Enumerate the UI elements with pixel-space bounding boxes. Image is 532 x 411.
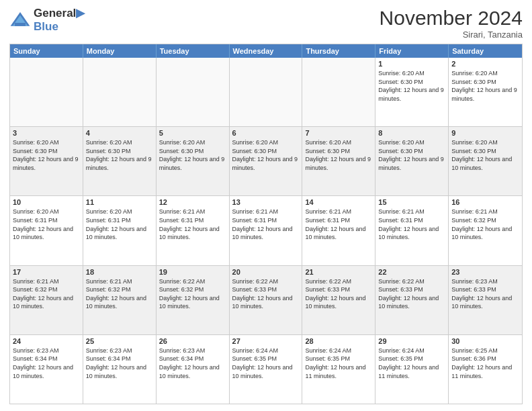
cell-info: Sunrise: 6:21 AMSunset: 6:32 PMDaylight:… <box>13 278 73 310</box>
cal-cell: 15Sunrise: 6:21 AMSunset: 6:31 PMDayligh… <box>375 196 449 265</box>
header-friday: Friday <box>375 44 449 58</box>
week-row-1: 1Sunrise: 6:20 AMSunset: 6:30 PMDaylight… <box>10 58 522 126</box>
cell-info: Sunrise: 6:24 AMSunset: 6:35 PMDaylight:… <box>378 347 439 379</box>
day-number: 1 <box>378 60 445 68</box>
cal-cell <box>10 58 83 126</box>
cell-info: Sunrise: 6:21 AMSunset: 6:32 PMDaylight:… <box>451 208 512 240</box>
cal-cell: 7Sunrise: 6:20 AMSunset: 6:30 PMDaylight… <box>302 127 375 195</box>
day-number: 17 <box>13 268 80 276</box>
cell-info: Sunrise: 6:22 AMSunset: 6:33 PMDaylight:… <box>305 278 365 310</box>
day-number: 24 <box>13 337 80 345</box>
cell-info: Sunrise: 6:24 AMSunset: 6:35 PMDaylight:… <box>232 347 293 379</box>
day-number: 2 <box>451 60 519 68</box>
cal-cell: 4Sunrise: 6:20 AMSunset: 6:30 PMDaylight… <box>83 127 157 195</box>
calendar-body: 1Sunrise: 6:20 AMSunset: 6:30 PMDaylight… <box>10 58 522 404</box>
cal-cell: 21Sunrise: 6:22 AMSunset: 6:33 PMDayligh… <box>302 266 375 334</box>
header-sunday: Sunday <box>10 44 83 58</box>
cal-cell: 27Sunrise: 6:24 AMSunset: 6:35 PMDayligh… <box>230 335 303 404</box>
cal-cell: 8Sunrise: 6:20 AMSunset: 6:30 PMDaylight… <box>375 127 449 195</box>
day-number: 20 <box>232 268 300 276</box>
logo-text: General▶ Blue <box>34 7 85 34</box>
cell-info: Sunrise: 6:20 AMSunset: 6:31 PMDaylight:… <box>13 208 73 240</box>
cell-info: Sunrise: 6:22 AMSunset: 6:33 PMDaylight:… <box>232 278 293 310</box>
day-number: 5 <box>159 129 226 137</box>
header-monday: Monday <box>83 44 157 58</box>
day-number: 22 <box>378 268 445 276</box>
day-number: 7 <box>305 129 372 137</box>
header: General▶ Blue November 2024 Sirari, Tanz… <box>9 7 523 40</box>
cal-cell: 29Sunrise: 6:24 AMSunset: 6:35 PMDayligh… <box>375 335 449 404</box>
cal-cell: 12Sunrise: 6:21 AMSunset: 6:31 PMDayligh… <box>157 196 230 265</box>
day-number: 4 <box>86 129 153 137</box>
cell-info: Sunrise: 6:22 AMSunset: 6:32 PMDaylight:… <box>159 278 220 310</box>
svg-rect-2 <box>15 23 26 26</box>
day-number: 28 <box>305 337 372 345</box>
cell-info: Sunrise: 6:22 AMSunset: 6:33 PMDaylight:… <box>378 278 439 310</box>
calendar-header: Sunday Monday Tuesday Wednesday Thursday… <box>10 44 522 58</box>
day-number: 18 <box>86 268 153 276</box>
cell-info: Sunrise: 6:20 AMSunset: 6:30 PMDaylight:… <box>232 139 298 171</box>
cal-cell: 16Sunrise: 6:21 AMSunset: 6:32 PMDayligh… <box>449 196 522 265</box>
cell-info: Sunrise: 6:21 AMSunset: 6:32 PMDaylight:… <box>86 278 146 310</box>
cell-info: Sunrise: 6:21 AMSunset: 6:31 PMDaylight:… <box>305 208 365 240</box>
logo-area: General▶ Blue <box>9 7 85 34</box>
cal-cell: 14Sunrise: 6:21 AMSunset: 6:31 PMDayligh… <box>302 196 375 265</box>
cal-cell: 22Sunrise: 6:22 AMSunset: 6:33 PMDayligh… <box>375 266 449 334</box>
cal-cell: 10Sunrise: 6:20 AMSunset: 6:31 PMDayligh… <box>10 196 83 265</box>
day-number: 14 <box>305 198 372 206</box>
day-number: 9 <box>451 129 519 137</box>
header-tuesday: Tuesday <box>157 44 230 58</box>
logo-icon <box>9 11 31 30</box>
cal-cell <box>83 58 157 126</box>
cell-info: Sunrise: 6:20 AMSunset: 6:30 PMDaylight:… <box>305 139 371 171</box>
day-number: 30 <box>451 337 519 345</box>
day-number: 10 <box>13 198 80 206</box>
cal-cell: 28Sunrise: 6:24 AMSunset: 6:35 PMDayligh… <box>302 335 375 404</box>
cell-info: Sunrise: 6:20 AMSunset: 6:30 PMDaylight:… <box>378 139 444 171</box>
header-saturday: Saturday <box>449 44 522 58</box>
cell-info: Sunrise: 6:21 AMSunset: 6:31 PMDaylight:… <box>232 208 293 240</box>
cal-cell: 30Sunrise: 6:25 AMSunset: 6:36 PMDayligh… <box>449 335 522 404</box>
cell-info: Sunrise: 6:20 AMSunset: 6:31 PMDaylight:… <box>86 208 146 240</box>
cal-cell: 18Sunrise: 6:21 AMSunset: 6:32 PMDayligh… <box>83 266 157 334</box>
cal-cell: 25Sunrise: 6:23 AMSunset: 6:34 PMDayligh… <box>83 335 157 404</box>
cal-cell: 11Sunrise: 6:20 AMSunset: 6:31 PMDayligh… <box>83 196 157 265</box>
cell-info: Sunrise: 6:20 AMSunset: 6:30 PMDaylight:… <box>378 70 444 102</box>
cal-cell: 20Sunrise: 6:22 AMSunset: 6:33 PMDayligh… <box>230 266 303 334</box>
cal-cell <box>157 58 230 126</box>
cell-info: Sunrise: 6:23 AMSunset: 6:34 PMDaylight:… <box>159 347 220 379</box>
day-number: 25 <box>86 337 153 345</box>
cell-info: Sunrise: 6:21 AMSunset: 6:31 PMDaylight:… <box>159 208 220 240</box>
cell-info: Sunrise: 6:23 AMSunset: 6:33 PMDaylight:… <box>451 278 512 310</box>
day-number: 15 <box>378 198 445 206</box>
week-row-5: 24Sunrise: 6:23 AMSunset: 6:34 PMDayligh… <box>10 334 522 404</box>
day-number: 8 <box>378 129 445 137</box>
day-number: 12 <box>159 198 226 206</box>
week-row-4: 17Sunrise: 6:21 AMSunset: 6:32 PMDayligh… <box>10 265 522 334</box>
cal-cell: 3Sunrise: 6:20 AMSunset: 6:30 PMDaylight… <box>10 127 83 195</box>
cell-info: Sunrise: 6:24 AMSunset: 6:35 PMDaylight:… <box>305 347 365 379</box>
cal-cell: 17Sunrise: 6:21 AMSunset: 6:32 PMDayligh… <box>10 266 83 334</box>
cell-info: Sunrise: 6:23 AMSunset: 6:34 PMDaylight:… <box>13 347 73 379</box>
header-wednesday: Wednesday <box>230 44 303 58</box>
cell-info: Sunrise: 6:20 AMSunset: 6:30 PMDaylight:… <box>451 139 512 171</box>
day-number: 3 <box>13 129 80 137</box>
day-number: 6 <box>232 129 300 137</box>
cal-cell <box>302 58 375 126</box>
month-title: November 2024 <box>380 7 523 30</box>
day-number: 29 <box>378 337 445 345</box>
cal-cell: 1Sunrise: 6:20 AMSunset: 6:30 PMDaylight… <box>375 58 449 126</box>
day-number: 23 <box>451 268 519 276</box>
week-row-2: 3Sunrise: 6:20 AMSunset: 6:30 PMDaylight… <box>10 126 522 195</box>
day-number: 27 <box>232 337 300 345</box>
cell-info: Sunrise: 6:20 AMSunset: 6:30 PMDaylight:… <box>451 70 517 102</box>
cell-info: Sunrise: 6:20 AMSunset: 6:30 PMDaylight:… <box>159 139 225 171</box>
day-number: 19 <box>159 268 226 276</box>
cal-cell: 9Sunrise: 6:20 AMSunset: 6:30 PMDaylight… <box>449 127 522 195</box>
location: Sirari, Tanzania <box>380 30 523 40</box>
week-row-3: 10Sunrise: 6:20 AMSunset: 6:31 PMDayligh… <box>10 195 522 265</box>
calendar: Sunday Monday Tuesday Wednesday Thursday… <box>9 44 523 404</box>
page: General▶ Blue November 2024 Sirari, Tanz… <box>0 0 532 411</box>
cal-cell: 13Sunrise: 6:21 AMSunset: 6:31 PMDayligh… <box>230 196 303 265</box>
cell-info: Sunrise: 6:20 AMSunset: 6:30 PMDaylight:… <box>86 139 152 171</box>
